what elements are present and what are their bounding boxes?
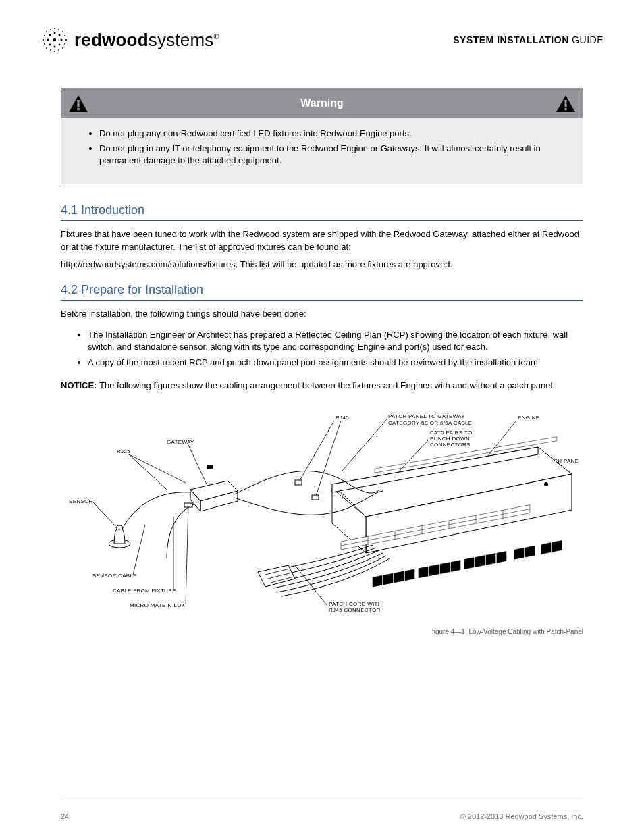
svg-point-23 <box>50 49 51 51</box>
section-heading-4-2: 4.2 Prepare for Installation <box>61 283 583 301</box>
diagram-label-cable-fixture: CABLE FROM FIXTURE <box>113 588 176 594</box>
svg-rect-52 <box>394 571 404 583</box>
svg-line-41 <box>133 525 145 575</box>
svg-point-3 <box>47 39 49 41</box>
svg-point-24 <box>58 49 59 51</box>
page-header: redwoodsystems® SYSTEM INSTALLATION GUID… <box>41 26 603 54</box>
svg-point-2 <box>54 46 56 48</box>
sensor-cable-line <box>122 492 191 528</box>
svg-point-74 <box>544 482 548 486</box>
logo-text-bold: redwood <box>74 30 149 50</box>
svg-point-13 <box>46 31 47 32</box>
svg-point-11 <box>43 39 44 41</box>
svg-point-14 <box>62 31 63 32</box>
warning-icon <box>556 95 576 113</box>
svg-rect-83 <box>184 503 192 507</box>
section-4-1-body: Fixtures that have been tuned to work wi… <box>61 228 583 271</box>
svg-line-40 <box>92 502 115 526</box>
warning-header: Warning <box>61 88 583 118</box>
diagram-label-patch-cord-2: RJ45 CONNECTOR <box>329 607 381 613</box>
svg-point-0 <box>53 38 56 41</box>
svg-point-1 <box>54 32 56 34</box>
svg-rect-65 <box>552 540 562 552</box>
prep-paragraph: Before installation, the following thing… <box>61 307 583 321</box>
svg-rect-51 <box>383 573 393 585</box>
svg-point-8 <box>59 44 61 46</box>
svg-line-44 <box>295 565 327 606</box>
header-title-light: GUIDE <box>569 34 603 45</box>
diagram-label-patch-gateway-1: PATCH PANEL TO GATEWAY <box>388 413 465 419</box>
notice-text: The following figures show the cabling a… <box>99 380 555 390</box>
warning-item: Do not plug in any IT or telephony equip… <box>99 142 572 167</box>
warning-icon <box>68 95 88 113</box>
svg-rect-61 <box>497 551 506 563</box>
diagram-label-cat5-1: CAT5 PAIRS TO <box>430 429 472 436</box>
svg-point-10 <box>54 51 55 52</box>
section-4-2-body: Before installation, the following thing… <box>61 307 583 392</box>
svg-point-22 <box>64 43 65 45</box>
svg-line-43 <box>186 506 188 604</box>
header-title: SYSTEM INSTALLATION GUIDE <box>453 34 603 45</box>
svg-rect-54 <box>419 567 428 578</box>
svg-rect-56 <box>440 562 450 573</box>
svg-point-17 <box>50 29 51 30</box>
svg-point-80 <box>116 525 123 529</box>
svg-rect-60 <box>486 553 495 565</box>
svg-point-16 <box>62 47 63 49</box>
warning-title: Warning <box>88 97 556 109</box>
svg-rect-81 <box>295 480 302 485</box>
cabling-diagram: RJ45 PATCH PANEL TO GATEWAY CATEGORY 5E … <box>65 410 579 619</box>
prep-bullet: A copy of the most recent RCP and punch … <box>88 357 583 369</box>
svg-point-4 <box>61 39 63 41</box>
section-heading-4-1: 4.1 Introduction <box>61 203 583 221</box>
svg-line-37 <box>129 454 167 490</box>
intro-url: http://redwoodsystems.com/solutions/fixt… <box>61 259 236 269</box>
svg-point-21 <box>44 43 45 45</box>
diagram-label-cat5-3: CONNECTORS <box>430 442 471 448</box>
logo-text: redwoodsystems® <box>74 30 219 51</box>
svg-rect-59 <box>475 555 485 567</box>
fixture-cable <box>167 503 194 558</box>
diagram-label-patch-cord-1: PATCH CORD WITH <box>329 601 382 607</box>
svg-rect-29 <box>564 100 566 107</box>
warning-body: Do not plug any non-Redwood certified LE… <box>61 118 583 184</box>
svg-point-18 <box>58 29 59 30</box>
patch-cord-fan <box>258 545 390 596</box>
logo-icon <box>41 26 69 54</box>
svg-point-20 <box>64 35 65 36</box>
brand-logo: redwoodsystems® <box>41 26 219 54</box>
svg-point-7 <box>49 44 51 46</box>
notice-paragraph: NOTICE: The following figures show the c… <box>61 379 583 392</box>
svg-point-27 <box>77 107 80 110</box>
diagram-label-cat5-2: PUNCH DOWN <box>430 436 470 442</box>
page-footer: 24 © 2012-2013 Redwood Systems, Inc. <box>61 812 583 820</box>
svg-rect-63 <box>525 546 535 557</box>
diagram-label-patch-gateway-2: CATEGORY 5E OR 6/6A CABLE <box>388 420 472 426</box>
logo-text-light: systems <box>149 30 214 50</box>
svg-rect-26 <box>77 100 79 107</box>
svg-rect-62 <box>514 548 524 559</box>
svg-line-38 <box>129 454 186 483</box>
footer-rule <box>61 796 583 796</box>
diagram-label-rj45: RJ45 <box>336 415 349 421</box>
svg-rect-53 <box>405 569 414 581</box>
svg-point-6 <box>59 34 61 36</box>
svg-line-39 <box>188 445 207 486</box>
notice-label: NOTICE: <box>61 380 99 390</box>
warning-item: Do not plug any non-Redwood certified LE… <box>99 128 572 140</box>
svg-rect-58 <box>464 557 474 569</box>
diagram-container: RJ45 PATCH PANEL TO GATEWAY CATEGORY 5E … <box>61 410 583 619</box>
intro-paragraph: Fixtures that have been tuned to work wi… <box>61 228 583 254</box>
warning-box: Warning Do not plug any non-Redwood cert… <box>61 88 583 184</box>
svg-rect-55 <box>429 565 439 576</box>
figure-caption: figure 4—1: Low-Voltage Cabling with Pat… <box>432 628 583 635</box>
copyright: © 2012-2013 Redwood Systems, Inc. <box>460 812 583 820</box>
intro-rest: . This list will be updated as more fixt… <box>236 259 452 269</box>
figure-caption-wrap: figure 4—1: Low-Voltage Cabling with Pat… <box>61 625 583 637</box>
page-number: 24 <box>61 812 69 820</box>
svg-point-15 <box>46 47 47 49</box>
svg-rect-57 <box>451 560 460 571</box>
svg-point-5 <box>49 34 51 36</box>
svg-line-31 <box>298 421 334 483</box>
prep-bullet: The Installation Engineer or Architect h… <box>88 329 583 355</box>
